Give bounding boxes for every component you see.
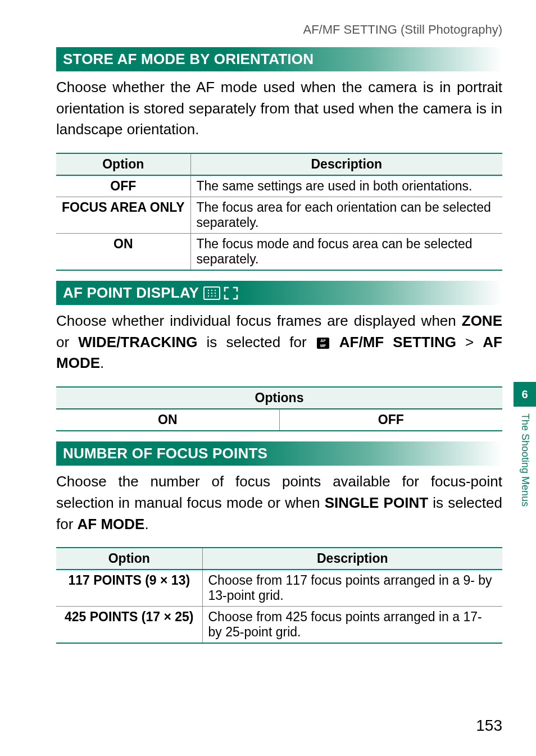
page-number: 153 <box>476 717 502 735</box>
text: . <box>100 354 104 371</box>
svg-point-7 <box>208 295 209 296</box>
table-row: FOCUS AREA ONLY The focus area for each … <box>56 197 502 234</box>
zone-icon <box>203 286 220 300</box>
col-header-description: Description <box>190 153 502 175</box>
text: or <box>56 334 78 350</box>
bold-single: SINGLE POINT <box>325 494 428 511</box>
cell-off: OFF <box>279 409 502 431</box>
cell-desc: The focus mode and focus area can be sel… <box>190 234 502 271</box>
svg-text:MF: MF <box>320 344 326 348</box>
svg-point-4 <box>208 292 209 293</box>
table-row: ON The focus mode and focus area can be … <box>56 234 502 271</box>
cell-desc: The same settings are used in both orien… <box>190 175 502 197</box>
table-row: 425 POINTS (17 × 25) Choose from 425 foc… <box>56 607 502 644</box>
text: . <box>144 516 148 532</box>
manual-page: AF/MF SETTING (Still Photography) STORE … <box>0 0 536 756</box>
bold-zone: ZONE <box>462 312 502 329</box>
cell-option: FOCUS AREA ONLY <box>56 197 190 234</box>
chapter-label: The Shooting Menus <box>519 407 531 507</box>
cell-option: 425 POINTS (17 × 25) <box>56 607 202 644</box>
cell-desc: The focus area for each orientation can … <box>190 197 502 234</box>
chapter-number: 6 <box>514 382 536 407</box>
cell-on: ON <box>56 409 279 431</box>
side-tab: 6 The Shooting Menus <box>514 382 536 507</box>
cell-desc: Choose from 425 focus points arranged in… <box>202 607 502 644</box>
section-header-num-focus: NUMBER OF FOCUS POINTS <box>56 441 502 466</box>
text: > <box>456 334 483 350</box>
section-body-num-focus: Choose the number of focus points availa… <box>56 471 502 535</box>
table-num-focus: Option Description 117 POINTS (9 × 13) C… <box>56 547 502 644</box>
cell-option: 117 POINTS (9 × 13) <box>56 570 202 607</box>
af-point-icons <box>203 286 239 300</box>
table-row: OFF The same settings are used in both o… <box>56 175 502 197</box>
svg-point-9 <box>215 295 216 296</box>
section-title: AF POINT DISPLAY <box>63 284 199 302</box>
af-mf-menu-icon: AFMF <box>317 338 329 349</box>
col-header-description: Description <box>202 548 502 570</box>
table-row: 117 POINTS (9 × 13) Choose from 117 focu… <box>56 570 502 607</box>
bold-setting: AF/MF SETTING <box>339 334 456 350</box>
section-title: NUMBER OF FOCUS POINTS <box>63 445 267 462</box>
breadcrumb: AF/MF SETTING (Still Photography) <box>56 22 502 37</box>
table-store-af: Option Description OFF The same settings… <box>56 153 502 271</box>
bold-wide: WIDE/TRACKING <box>78 334 197 350</box>
section-header-af-point: AF POINT DISPLAY <box>56 281 502 305</box>
text: is selected for <box>198 334 316 350</box>
cell-option: OFF <box>56 175 190 197</box>
section-header-store-af: STORE AF MODE BY ORIENTATION <box>56 47 502 71</box>
svg-point-6 <box>215 292 216 293</box>
cell-option: ON <box>56 234 190 271</box>
wide-tracking-icon <box>222 286 239 300</box>
col-header-option: Option <box>56 153 190 175</box>
table-row: ON OFF <box>56 409 502 431</box>
svg-point-2 <box>211 289 212 290</box>
svg-text:AF: AF <box>320 339 326 343</box>
bold-mode: AF MODE <box>78 516 145 532</box>
svg-point-5 <box>211 292 212 293</box>
section-body-af-point: Choose whether individual focus frames a… <box>56 311 502 374</box>
section-title: STORE AF MODE BY ORIENTATION <box>63 51 314 68</box>
options-header: Options <box>56 387 502 409</box>
svg-point-8 <box>211 295 212 296</box>
cell-desc: Choose from 117 focus points arranged in… <box>202 570 502 607</box>
section-body-store-af: Choose whether the AF mode used when the… <box>56 77 502 140</box>
text: Choose whether individual focus frames a… <box>56 312 462 329</box>
svg-point-1 <box>208 289 209 290</box>
table-af-point-options: Options ON OFF <box>56 386 502 431</box>
col-header-option: Option <box>56 548 202 570</box>
svg-point-3 <box>215 289 216 290</box>
